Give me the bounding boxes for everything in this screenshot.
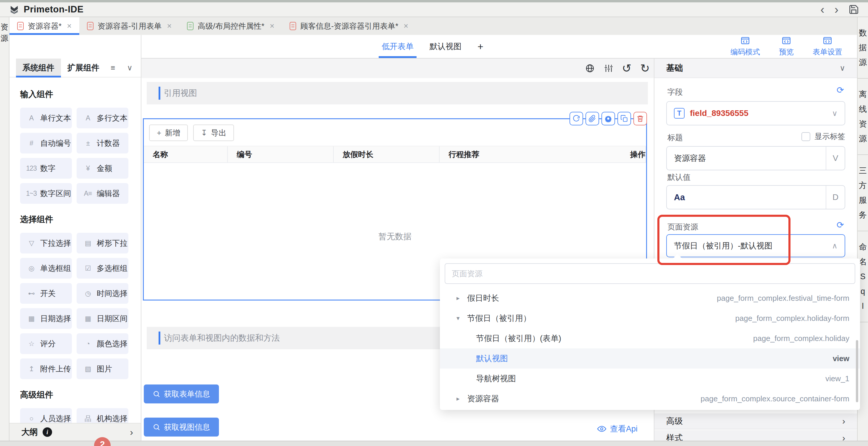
table-column-header[interactable]: 放假时长 — [334, 147, 440, 162]
panel-collapse-icon[interactable]: ∨ — [127, 63, 132, 72]
component-tile[interactable]: ◷ 时间选择 — [76, 283, 128, 304]
table-column-header[interactable]: 行程推荐 — [440, 147, 621, 162]
component-tile[interactable]: ▧ 图片 — [76, 358, 128, 379]
component-tile[interactable]: A 多行文本 — [76, 108, 128, 128]
scrollbar-thumb[interactable] — [856, 340, 858, 402]
component-tile[interactable]: ↥ 附件上传 — [20, 358, 72, 379]
resource-tree-row[interactable]: ▾ 节假日（被引用） page_form_complex.holiday-for… — [440, 308, 860, 328]
toolbar-action-button[interactable]: 表单设置 — [813, 36, 842, 57]
table-column-header[interactable]: 名称 — [144, 147, 228, 162]
view-tab[interactable]: 低开表单 — [382, 35, 413, 58]
dynamic-toggle-button[interactable]: D — [826, 186, 845, 209]
link-icon[interactable] — [586, 112, 599, 125]
close-icon[interactable]: × — [167, 22, 172, 31]
toolbar-action-button[interactable]: 编码模式 — [731, 36, 760, 57]
gear-icon[interactable] — [601, 112, 615, 125]
tree-caret-icon[interactable]: ▾ — [457, 315, 467, 322]
component-tile[interactable]: ▦ 日期选择 — [20, 308, 72, 329]
component-tile[interactable]: A 单行文本 — [20, 108, 72, 128]
file-tab[interactable]: 资源容器* × — [9, 17, 79, 35]
file-tab[interactable]: 资源容器-引用表单 × — [79, 17, 179, 35]
close-icon[interactable]: × — [67, 22, 71, 31]
add-row-button[interactable]: + 新增 — [149, 125, 188, 141]
i18n-globe-icon[interactable] — [585, 64, 595, 73]
advanced-section-row[interactable]: 高级 › — [654, 413, 857, 429]
component-tile[interactable]: ▦ 日期区间 — [76, 308, 128, 329]
resource-tree-row[interactable]: ▸ 资源容器 page_form_complex.source_containe… — [440, 389, 860, 409]
table-column-header[interactable]: 操作 — [621, 147, 646, 162]
component-tile[interactable]: # 自动编号 — [20, 133, 72, 154]
resource-name: 默认视图 — [476, 353, 508, 364]
panel-menu-icon[interactable]: ≡ — [111, 63, 115, 72]
chevron-right-icon[interactable]: › — [130, 427, 133, 438]
left-rail-resource-tab[interactable]: 资 源 — [0, 21, 9, 44]
view-api-link[interactable]: 查看Api — [597, 423, 638, 434]
component-panel-tab[interactable]: 扩展组件 — [61, 59, 106, 77]
component-label: 计数器 — [97, 138, 120, 149]
titlebar: Primeton-IDE ‹ › — [0, 2, 868, 17]
resource-tree-row[interactable]: ▸ 假日时长 page_form_complex.festival_time-f… — [440, 288, 860, 308]
component-tile[interactable]: ⊷ 开关 — [20, 283, 72, 304]
component-tile[interactable]: ¥ 金额 — [76, 158, 128, 179]
default-value-input[interactable]: Aa D — [666, 185, 845, 210]
get-form-info-button[interactable]: 获取表单信息 — [144, 384, 219, 404]
chevron-down-icon[interactable]: ∨ — [840, 64, 845, 73]
default-value: Aa — [674, 193, 685, 202]
copy-icon[interactable] — [617, 112, 631, 125]
resource-tree-row[interactable]: 默认视图 view — [440, 348, 860, 369]
delete-icon[interactable] — [633, 112, 647, 125]
page-resource-select[interactable]: 节假日（被引用）-默认视图 ∧ — [666, 234, 845, 257]
save-icon[interactable] — [848, 4, 859, 15]
view-tab[interactable]: 默认视图 — [430, 35, 462, 58]
file-tab[interactable]: 高级/布局控件属性* × — [179, 17, 282, 35]
add-view-button[interactable]: + — [477, 35, 484, 58]
checkbox-unchecked[interactable] — [801, 132, 810, 141]
field-select[interactable]: T field_89356555 ∨ — [666, 101, 845, 125]
title-input[interactable]: 资源容器 V — [666, 146, 845, 170]
resource-tree-row[interactable]: 节假日（被引用）(表单) page_form_complex.holiday — [440, 328, 860, 348]
sliders-icon[interactable] — [603, 64, 613, 73]
right-rail-item[interactable]: 三 方 服 务 — [858, 155, 868, 231]
file-tab[interactable]: 顾客信息-资源容器引用表单* × — [282, 17, 416, 35]
export-button[interactable]: ↧ 导出 — [193, 125, 234, 141]
component-tile[interactable]: ▤ 树形下拉 — [76, 233, 128, 253]
variable-toggle-button[interactable]: V — [826, 147, 845, 170]
component-tile[interactable]: ◔ 颜色选择 — [76, 333, 128, 354]
get-view-info-button[interactable]: 获取视图信息 — [144, 418, 219, 437]
tree-caret-icon[interactable]: ▸ — [457, 294, 467, 302]
close-icon[interactable]: × — [404, 22, 408, 31]
close-icon[interactable]: × — [270, 22, 275, 31]
component-tile[interactable]: ☆ 评分 — [20, 333, 72, 354]
component-label: 下拉选择 — [40, 238, 71, 249]
component-panel-tab[interactable]: 系统组件 — [16, 59, 61, 77]
resource-refresh-icon[interactable]: ⟳ — [837, 221, 844, 229]
property-panel-header[interactable]: 基础 ∨ — [654, 59, 857, 78]
default-value-label: 默认值 — [668, 172, 690, 183]
right-rail-item[interactable]: 离 线 资 源 — [858, 79, 868, 155]
nav-forward-icon[interactable]: › — [835, 4, 838, 15]
redo-icon[interactable]: ↻ — [640, 63, 650, 74]
section-title: 高级组件 — [20, 389, 141, 401]
nav-back-icon[interactable]: ‹ — [820, 4, 824, 15]
component-tile[interactable]: ☑ 多选框组 — [76, 258, 128, 279]
component-tile[interactable]: ◎ 单选框组 — [20, 258, 72, 279]
right-rail-item[interactable]: 数 据 源 — [858, 17, 868, 79]
toolbar-action-button[interactable]: 预览 — [779, 36, 794, 57]
resource-name: 节假日（被引用）(表单) — [476, 333, 561, 344]
component-tile[interactable]: ▽ 下拉选择 — [20, 233, 72, 253]
resource-search-input[interactable] — [445, 263, 855, 284]
resource-tree-row[interactable]: 导航树视图 view_1 — [440, 369, 860, 389]
table-column-header[interactable]: 编号 — [228, 147, 334, 162]
component-label: 数字 — [40, 163, 56, 173]
component-tile[interactable]: ± 计数器 — [76, 133, 128, 154]
field-refresh-icon[interactable]: ⟳ — [837, 86, 844, 95]
tree-caret-icon[interactable]: ▸ — [457, 395, 467, 402]
undo-icon[interactable]: ↺ — [622, 63, 631, 74]
refresh-icon[interactable] — [569, 112, 583, 125]
component-tile[interactable]: A≡ 编辑器 — [76, 183, 128, 204]
component-tile[interactable]: 1~3 数字区间 — [20, 183, 72, 204]
outline-bar[interactable]: 大纲 i › — [9, 423, 141, 441]
toolbar-action-label: 预览 — [779, 47, 794, 57]
file-icon — [17, 22, 24, 30]
component-tile[interactable]: 123 数字 — [20, 158, 72, 179]
